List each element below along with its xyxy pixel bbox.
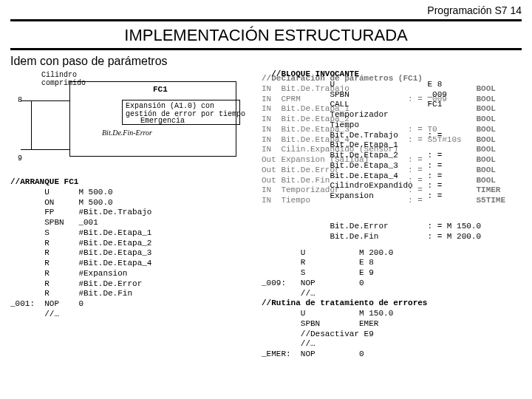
code-right-tail: Bit.De.Error : = M 150.0 Bit.De.Fin : = … <box>262 222 522 242</box>
port-in-9: 9 <box>18 154 22 163</box>
code-arranque: //ARRANQUE FC1 U M 500.0 ON M 500.0 FP #… <box>10 177 254 320</box>
slide-title: IMPLEMENTACIÓN ESTRUCTURADA <box>10 21 522 50</box>
code-invocante: //BLOQUE INVOCANTE U E 8 SPBN _009 CALL … <box>262 69 447 202</box>
port-in-8: 8 <box>18 96 22 104</box>
slide-subtitle: Idem con paso de parámetros <box>10 50 522 69</box>
fc1-block-label: FC1 <box>153 85 168 94</box>
in-top-label: Cilindro comprimido <box>41 71 86 87</box>
out-prefix: Bit.De.Fin-Error <box>102 129 152 137</box>
page-header: Programación S7 14 <box>10 3 522 19</box>
code-error-routine: U M 200.0 R E 8 S E 9 _009: NOP 0 //… //… <box>262 248 522 360</box>
fc1-diagram: FC1 Expansión (A1.0) con gestión de erro… <box>10 69 254 177</box>
out-emergencia: Emergencia <box>140 117 185 125</box>
